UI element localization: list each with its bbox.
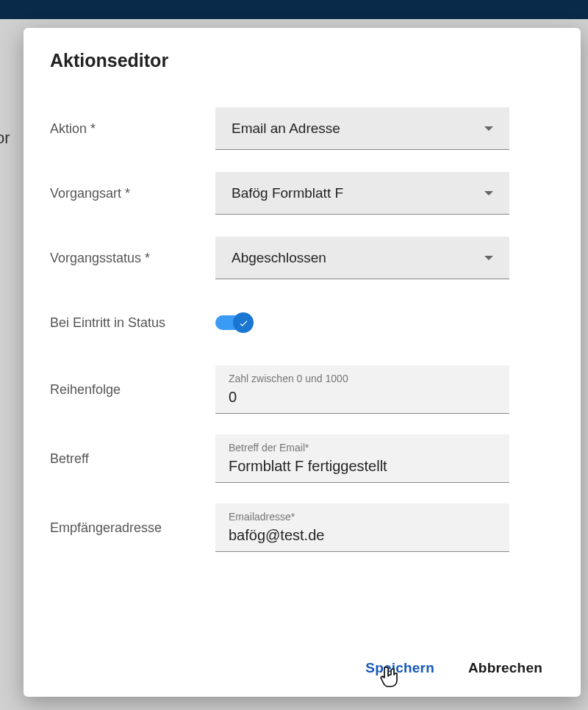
field-betreff[interactable]: Betreff der Email* <box>215 434 509 483</box>
action-editor-modal: Aktionseditor Aktion * Email an Adresse … <box>24 28 581 697</box>
floating-label-empfaenger: Emailadresse* <box>229 511 496 523</box>
row-vorgangsart: Vorgangsart * Bafög Formblatt F <box>50 171 562 215</box>
app-header-bar <box>0 0 588 19</box>
pointer-cursor-icon <box>379 664 403 691</box>
label-reihenfolge: Reihenfolge <box>50 382 215 398</box>
label-eintritt: Bei Eintritt in Status <box>50 315 215 331</box>
row-betreff: Betreff Betreff der Email* <box>50 434 562 483</box>
modal-body[interactable]: Aktion * Email an Adresse Vorgangsart * … <box>24 79 581 642</box>
label-vorgangsart: Vorgangsart * <box>50 186 215 201</box>
field-empfaenger[interactable]: Emailadresse* <box>215 503 509 552</box>
row-empfaenger: Empfängeradresse Emailadresse* <box>50 503 562 552</box>
label-betreff: Betreff <box>50 451 215 467</box>
label-aktion: Aktion * <box>50 121 215 137</box>
modal-footer: Speichern Abbrechen <box>24 642 581 697</box>
input-betreff[interactable] <box>229 456 496 478</box>
select-aktion[interactable]: Email an Adresse <box>215 107 509 150</box>
row-aktion: Aktion * Email an Adresse <box>50 107 562 151</box>
label-vorgangsstatus: Vorgangsstatus * <box>50 251 215 266</box>
floating-label-reihenfolge: Zahl zwischen 0 und 1000 <box>229 373 496 384</box>
input-empfaenger[interactable] <box>229 526 496 547</box>
floating-label-betreff: Betreff der Email* <box>229 442 496 453</box>
cancel-button[interactable]: Abbrechen <box>462 656 548 681</box>
row-reihenfolge: Reihenfolge Zahl zwischen 0 und 1000 <box>50 365 562 414</box>
select-aktion-value: Email an Adresse <box>232 121 340 137</box>
input-reihenfolge[interactable] <box>229 387 496 409</box>
modal-title: Aktionseditor <box>24 28 581 79</box>
field-reihenfolge[interactable]: Zahl zwischen 0 und 1000 <box>215 365 509 414</box>
select-vorgangsart-value: Bafög Formblatt F <box>232 185 343 201</box>
chevron-down-icon <box>484 126 493 131</box>
select-vorgangsart[interactable]: Bafög Formblatt F <box>215 172 509 215</box>
chevron-down-icon <box>484 256 493 260</box>
row-eintritt: Bei Eintritt in Status <box>50 301 562 345</box>
backdrop-page-fragment: or <box>0 129 10 148</box>
row-vorgangsstatus: Vorgangsstatus * Abgeschlossen <box>50 236 562 280</box>
label-empfaenger: Empfängeradresse <box>50 520 215 536</box>
toggle-eintritt[interactable] <box>215 315 251 330</box>
chevron-down-icon <box>484 191 493 196</box>
select-vorgangsstatus-value: Abgeschlossen <box>232 250 326 266</box>
select-vorgangsstatus[interactable]: Abgeschlossen <box>215 237 509 279</box>
check-icon <box>238 318 249 329</box>
toggle-knob <box>233 312 254 333</box>
